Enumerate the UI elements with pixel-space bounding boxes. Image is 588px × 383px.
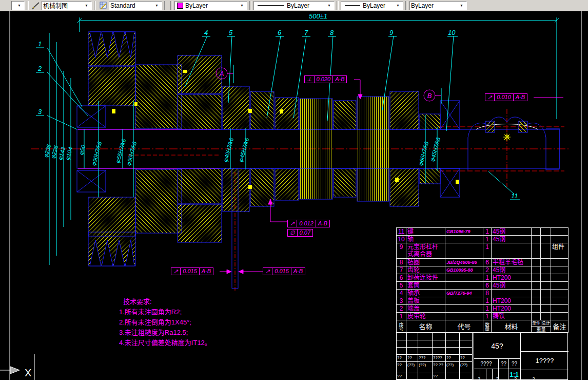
tolerance-frame-runout: ↗ 0.015 A-B (263, 267, 305, 275)
tolerance-frame-runout: ↗ 0.012 A-B (287, 220, 330, 227)
tb-cell: ??? (418, 355, 433, 362)
chevron-down-icon: ▼ (394, 4, 402, 7)
tb-cell: ?? (499, 359, 509, 369)
tolerance-frame-perpendicularity: ⊥ 0.020 A-B (304, 75, 347, 83)
callout-label: 3 (38, 108, 42, 116)
title-block-right: 1???? (520, 333, 569, 380)
axis-x-label: X (25, 367, 31, 378)
tolerance-datum: A-B (316, 220, 329, 227)
dim-style-icon[interactable] (32, 1, 41, 10)
table-row: 5套筒645钢 (396, 281, 568, 289)
table-row: 3盖板1HT200 (396, 297, 568, 304)
tolerance-value: 0.07 (298, 229, 312, 236)
table-row: 4轴承GB/T276-948 (396, 289, 568, 297)
dim-style-combo[interactable]: 机械制图▼ (42, 1, 92, 10)
section-target-icon (503, 133, 511, 141)
toolbar-separator (337, 1, 339, 10)
header-weight-label: 重量 (532, 327, 551, 333)
callout-label: 1 (38, 40, 42, 48)
chevron-down-icon: ▼ (15, 4, 23, 7)
callout-label: 9 (389, 29, 393, 36)
datum-b: B (424, 88, 441, 104)
tb-cell: ?? (446, 355, 460, 362)
color-combo[interactable]: ByLayer▼ (174, 1, 247, 10)
header-qty: 数量 (483, 320, 491, 333)
tb-cell: (??) (460, 362, 473, 373)
lineweight-combo[interactable]: ByLayer▼ (341, 1, 403, 10)
table-row: 7齿轮GB10095-88245钢 (396, 266, 568, 274)
header-unit-weight: 单件 (532, 320, 541, 326)
chevron-down-icon: ▼ (458, 4, 465, 7)
callout-label: 8 (330, 29, 334, 36)
tolerance-datum: A-B (291, 268, 305, 275)
tb-cell: (??) (407, 362, 418, 373)
dim-label: φ66H7/k6 (417, 140, 429, 166)
header-material: 材料 (491, 320, 531, 333)
tolerance-frame-cylindricity: ∅ 0.07 (287, 229, 313, 237)
table-row: 6卸荷连接件1HT200 (396, 274, 568, 281)
tech-req-item: 2.所有未注倒角为1X45°; (119, 317, 211, 328)
title-block-revision-grid: ?? ?? ??? ???? ?? ?? ?? (??) (??) ?? ?? … (397, 333, 474, 380)
callout-label: 2 (37, 65, 42, 72)
dim-label: φ40H7/k6 (222, 137, 234, 162)
tb-cell: ?? (397, 362, 407, 373)
tolerance-symbol: ↗ (288, 220, 297, 227)
toolbar-separator (94, 1, 96, 10)
header-note: 备注 (551, 320, 568, 333)
color-swatch (177, 3, 183, 9)
text-style-combo[interactable]: Standard▼ (109, 1, 162, 10)
plot-style-combo[interactable]: ByLayer▼ (409, 1, 467, 10)
header-code: 代号 (445, 320, 483, 333)
tb-cell: ?? (397, 373, 407, 379)
tolerance-datum: A-B (514, 94, 527, 101)
tb-cell: ?? (433, 373, 446, 379)
datum-b-label: B (427, 92, 432, 100)
tolerance-symbol: ↗ (485, 94, 495, 101)
command-line-edge[interactable] (0, 380, 588, 383)
tech-req-item: 3.未注粗糙度为Ra12.5; (119, 328, 211, 338)
drawing-canvas[interactable]: X (0, 11, 588, 383)
tolerance-value: 0.015 (272, 268, 291, 275)
dim-label: φ50 (78, 144, 87, 156)
toolbar-separator (164, 1, 166, 10)
tolerance-datum: A-B (333, 76, 346, 83)
dim-label: φ55H7/k6 (114, 138, 127, 163)
table-row: 11键GB1096-79145钢 (396, 227, 568, 235)
linetype-combo[interactable]: ByLayer▼ (253, 1, 335, 10)
tech-req-item: 4.未注尺寸偏差处精度为IT12。 (119, 338, 211, 348)
table-header-row: 序号 名称 代号 数量 材料 单件 总计 重量 备注 (396, 320, 568, 333)
dim-label: φ90H7/k6 (90, 140, 103, 166)
tech-req-title: 技术要求: (119, 297, 211, 307)
callout-label: 5 (229, 29, 233, 36)
dim-label: φ45H7/k6 (429, 136, 441, 162)
header-total-weight: 总计 (541, 320, 551, 326)
chevron-down-icon: ▼ (153, 4, 161, 7)
text-style-icon[interactable] (99, 1, 108, 10)
chevron-down-icon: ▼ (325, 4, 333, 7)
toolbar-separator (249, 1, 251, 10)
technical-requirements: 技术要求: 1.所有未注圆角为R2; 2.所有未注倒角为1X45°; 3.未注粗… (119, 297, 211, 348)
tolerance-symbol: ∅ (288, 229, 298, 236)
callout-label: 7 (304, 29, 308, 36)
dim-500-label: 500±1 (309, 12, 327, 20)
tb-cell: ?? (397, 355, 407, 362)
tolerance-value: 0.010 (495, 94, 514, 101)
header-name: 名称 (406, 320, 445, 333)
datum-a-label: A (219, 70, 224, 78)
tolerance-datum: A-B (200, 268, 213, 275)
lineweight-sample (345, 5, 360, 6)
chevron-down-icon: ▼ (83, 4, 90, 7)
dim-label: φ90H7/k6 (125, 140, 138, 166)
tech-req-item: 1.所有未注圆角为R2; (119, 307, 211, 317)
docked-combo[interactable]: ▼ (11, 1, 25, 10)
callout-label: 10 (448, 29, 456, 36)
header-index: 序号 (396, 320, 406, 333)
table-row: 1皮带轮1铸铁 (396, 312, 568, 320)
parts-table: 11键GB1096-79145钢 10轴145钢 9元宝形杠杆式离合器1组件 8… (396, 227, 569, 333)
title-block: ?? ?? ??? ???? ?? ?? ?? (??) (??) ?? ?? … (396, 333, 568, 380)
header-weight: 单件 总计 重量 (531, 320, 551, 333)
tb-cell: ?? (509, 359, 520, 369)
table-row: 2端盖1HT200 (396, 304, 568, 312)
tolerance-symbol: ↗ (263, 268, 272, 275)
callout-label: 6 (278, 29, 282, 36)
